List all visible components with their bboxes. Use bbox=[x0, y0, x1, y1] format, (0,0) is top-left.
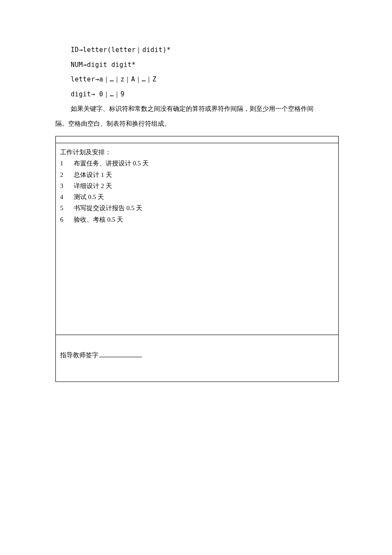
plan-item-text: 布置任务、讲授设计 0.5 天 bbox=[74, 158, 149, 169]
plan-item-text: 总体设计 1 天 bbox=[74, 169, 112, 180]
plan-item-num: 5 bbox=[60, 202, 74, 214]
plan-item: 3 详细设计 2 天 bbox=[60, 180, 334, 191]
grammar-rule-1: ID→letter(letter｜didit)* bbox=[55, 43, 337, 58]
description-line-2: 隔。空格由空白、制表符和换行符组成。 bbox=[55, 116, 337, 131]
plan-item-text: 验收、考核 0.5 天 bbox=[74, 214, 123, 225]
grammar-rule-2: NUM→digit digit* bbox=[55, 58, 337, 72]
plan-table: 工作计划及安排： 1 布置任务、讲授设计 0.5 天 2 总体设计 1 天 3 … bbox=[55, 136, 339, 382]
grammar-rule-3: letter→a｜…｜z｜A｜…｜Z bbox=[55, 72, 337, 87]
plan-item-text: 详细设计 2 天 bbox=[74, 180, 112, 191]
plan-item: 5 书写提交设计报告 0.5 天 bbox=[60, 202, 334, 214]
plan-item: 2 总体设计 1 天 bbox=[60, 169, 334, 180]
plan-cell: 工作计划及安排： 1 布置任务、讲授设计 0.5 天 2 总体设计 1 天 3 … bbox=[56, 143, 339, 335]
plan-item-num: 1 bbox=[60, 158, 74, 169]
plan-item-text: 测试 0.5 天 bbox=[74, 191, 104, 202]
plan-item-num: 3 bbox=[60, 180, 74, 191]
table-top-cell bbox=[56, 136, 339, 143]
plan-item-num: 4 bbox=[60, 191, 74, 202]
plan-item: 6 验收、考核 0.5 天 bbox=[60, 214, 334, 225]
grammar-rule-4: digit→ 0｜…｜9 bbox=[55, 87, 337, 102]
plan-item-num: 2 bbox=[60, 169, 74, 180]
signature-line bbox=[99, 357, 142, 357]
plan-title: 工作计划及安排： bbox=[60, 147, 334, 158]
plan-item-text: 书写提交设计报告 0.5 天 bbox=[74, 202, 142, 214]
plan-item: 4 测试 0.5 天 bbox=[60, 191, 334, 202]
signature-cell: 指导教师签字 bbox=[56, 335, 339, 382]
plan-item-num: 6 bbox=[60, 214, 74, 225]
top-content-section: ID→letter(letter｜didit)* NUM→digit digit… bbox=[55, 43, 337, 131]
description-line-1: 如果关键字、标识符和常数之间没有确定的算符或界符作间隔，则至少用一个空格作间 bbox=[55, 101, 337, 116]
plan-item: 1 布置任务、讲授设计 0.5 天 bbox=[60, 158, 334, 169]
signature-label: 指导教师签字 bbox=[60, 352, 98, 358]
